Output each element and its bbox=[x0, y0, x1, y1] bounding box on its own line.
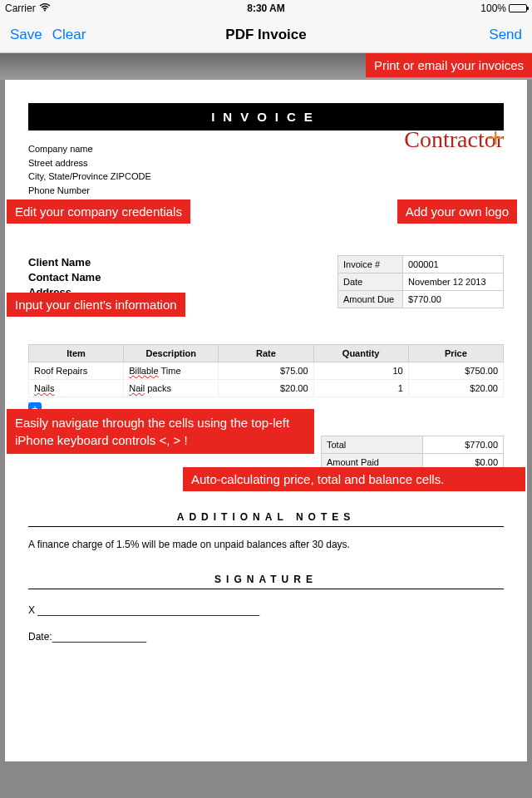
callout-logo: Add your own logo bbox=[397, 200, 517, 224]
amount-due-value[interactable]: $770.00 bbox=[403, 291, 503, 308]
client-name: Client Name bbox=[28, 255, 105, 270]
page-title: PDF Invoice bbox=[225, 27, 306, 43]
col-desc: Description bbox=[124, 344, 219, 362]
signature-heading: SIGNATURE bbox=[28, 574, 504, 585]
divider bbox=[28, 526, 504, 527]
date-label: Date bbox=[338, 273, 403, 290]
cell-desc[interactable]: Nail packs bbox=[124, 379, 219, 397]
company-street: Street address bbox=[28, 156, 504, 170]
callout-autocalc: Auto-calculating price, total and balanc… bbox=[183, 467, 525, 491]
items-table: Item Description Rate Quantity Price Roo… bbox=[28, 344, 504, 397]
cell-desc[interactable]: Billable Time bbox=[124, 362, 219, 379]
col-qty: Quantity bbox=[313, 344, 408, 362]
notes-heading: ADDITIONAL NOTES bbox=[28, 511, 504, 523]
callout-print-email: Print or email your invoices bbox=[366, 53, 532, 77]
carrier-label: Carrier bbox=[5, 2, 36, 14]
total-value: $770.00 bbox=[423, 436, 503, 453]
divider bbox=[28, 589, 504, 589]
battery-pct: 100% bbox=[480, 2, 506, 14]
cell-qty[interactable]: 1 bbox=[313, 379, 408, 397]
callout-navigate: Easily navigate through the cells using … bbox=[7, 409, 314, 454]
client-contact: Contact Name bbox=[28, 270, 105, 285]
cell-price[interactable]: $20.00 bbox=[408, 379, 503, 397]
col-rate: Rate bbox=[219, 344, 313, 362]
wifi-icon bbox=[39, 2, 51, 14]
signature-line[interactable]: X ______________________________________… bbox=[28, 604, 504, 616]
send-button[interactable]: Send bbox=[489, 27, 522, 43]
date-value[interactable]: November 12 2013 bbox=[403, 273, 503, 290]
navbar: Save Clear PDF Invoice Send bbox=[0, 17, 532, 53]
plus-icon: + bbox=[487, 121, 504, 154]
total-label: Total bbox=[322, 436, 423, 453]
cell-item[interactable]: Nails bbox=[29, 379, 124, 397]
invoice-num-value[interactable]: 000001 bbox=[403, 256, 503, 273]
table-row[interactable]: Nails Nail packs $20.00 1 $20.00 bbox=[29, 379, 504, 397]
cell-qty[interactable]: 10 bbox=[313, 362, 408, 379]
callout-client: Input your client's information bbox=[7, 293, 185, 317]
battery-icon bbox=[509, 4, 527, 12]
col-item: Item bbox=[29, 344, 124, 362]
invoice-num-label: Invoice # bbox=[338, 256, 403, 273]
notes-text[interactable]: A finance charge of 1.5% will be made on… bbox=[28, 539, 504, 550]
clock-label: 8:30 AM bbox=[247, 2, 285, 14]
status-bar: Carrier 8:30 AM 100% bbox=[0, 0, 532, 17]
amount-due-label: Amount Due bbox=[338, 291, 403, 308]
cell-item[interactable]: Roof Repairs bbox=[29, 362, 124, 379]
logo-area[interactable]: + Contractor bbox=[404, 126, 504, 153]
invoice-meta: Invoice # 000001 Date November 12 2013 A… bbox=[337, 255, 504, 316]
col-price: Price bbox=[408, 344, 503, 362]
cell-rate[interactable]: $75.00 bbox=[219, 362, 313, 379]
svg-point-0 bbox=[44, 10, 46, 12]
table-row[interactable]: Roof Repairs Billable Time $75.00 10 $75… bbox=[29, 362, 504, 379]
company-phone: Phone Number bbox=[28, 184, 504, 198]
callout-company: Edit your company credentials bbox=[7, 200, 190, 224]
signature-date[interactable]: Date:_________________ bbox=[28, 631, 504, 643]
company-city: City, State/Province ZIPCODE bbox=[28, 170, 504, 184]
clear-button[interactable]: Clear bbox=[52, 27, 86, 43]
cell-price[interactable]: $750.00 bbox=[408, 362, 503, 379]
save-button[interactable]: Save bbox=[10, 27, 42, 43]
cell-rate[interactable]: $20.00 bbox=[219, 379, 313, 397]
